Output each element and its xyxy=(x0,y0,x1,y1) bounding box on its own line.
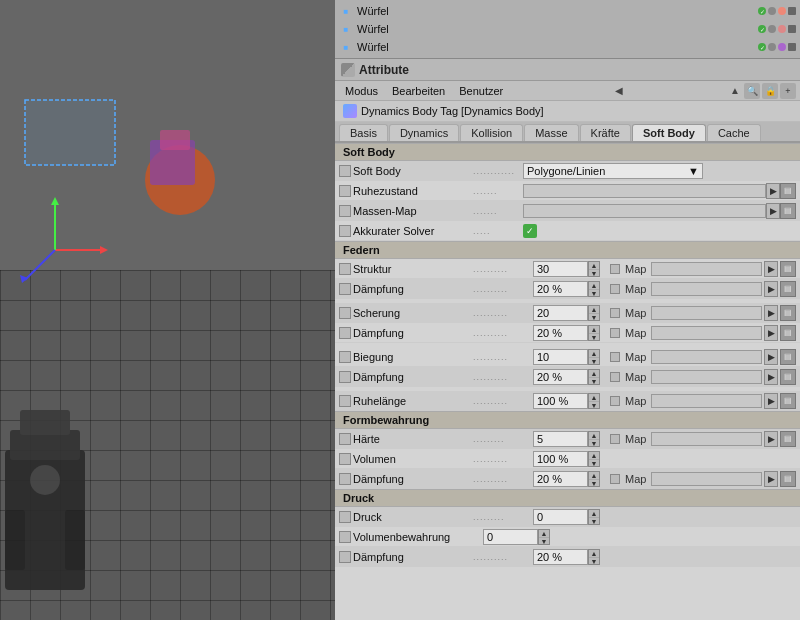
map-btn-dampfung3[interactable]: ▶ xyxy=(764,369,778,385)
spin-dn-volbew[interactable]: ▼ xyxy=(539,538,549,545)
map-checkbox-struktur[interactable] xyxy=(610,264,620,274)
map-checkbox-biegung[interactable] xyxy=(610,352,620,362)
map-btn-massen[interactable]: ▶ xyxy=(766,203,780,219)
checkbox-dampfung4[interactable] xyxy=(339,473,351,485)
map-icon-dampfung3[interactable]: ▤ xyxy=(780,369,796,385)
map-checkbox-dampfung3[interactable] xyxy=(610,372,620,382)
checkbox-softbody[interactable] xyxy=(339,165,351,177)
tab-softbody[interactable]: Soft Body xyxy=(632,124,706,141)
spin-dn-biegung[interactable]: ▼ xyxy=(589,358,599,365)
arrow-up-icon[interactable]: ▲ xyxy=(728,84,742,98)
input-massenmap[interactable] xyxy=(523,204,766,218)
map-input-biegung[interactable] xyxy=(651,350,762,364)
map-icon-scherung[interactable]: ▤ xyxy=(780,305,796,321)
tab-dynamics[interactable]: Dynamics xyxy=(389,124,459,141)
menu-benutzer[interactable]: Benutzer xyxy=(453,84,509,98)
map-btn-scherung[interactable]: ▶ xyxy=(764,305,778,321)
input-dampfung1[interactable] xyxy=(533,281,588,297)
spin-up-haerte[interactable]: ▲ xyxy=(589,432,599,440)
checkbox-dampfung1[interactable] xyxy=(339,283,351,295)
map-checkbox-scherung[interactable] xyxy=(610,308,620,318)
map-btn-dampfung4[interactable]: ▶ xyxy=(764,471,778,487)
map-icon-struktur[interactable]: ▤ xyxy=(780,261,796,277)
input-biegung[interactable] xyxy=(533,349,588,365)
spin-up-dampfung1[interactable]: ▲ xyxy=(589,282,599,290)
map-checkbox-haerte[interactable] xyxy=(610,434,620,444)
input-dampfung3[interactable] xyxy=(533,369,588,385)
spin-dn-dampfung2[interactable]: ▼ xyxy=(589,334,599,341)
input-volumen[interactable] xyxy=(533,451,588,467)
spin-dn-haerte[interactable]: ▼ xyxy=(589,440,599,447)
input-struktur[interactable] xyxy=(533,261,588,277)
map-input-struktur[interactable] xyxy=(651,262,762,276)
checkbox-dampfung3[interactable] xyxy=(339,371,351,383)
checkbox-druck[interactable] xyxy=(339,511,351,523)
map-input-scherung[interactable] xyxy=(651,306,762,320)
input-dampfung4[interactable] xyxy=(533,471,588,487)
dropdown-softbody[interactable]: Polygone/Linien ▼ xyxy=(523,163,703,179)
checkbox-scherung[interactable] xyxy=(339,307,351,319)
spin-up-biegung[interactable]: ▲ xyxy=(589,350,599,358)
map-checkbox-ruhelaenge[interactable] xyxy=(610,396,620,406)
spin-up-scherung[interactable]: ▲ xyxy=(589,306,599,314)
tab-kraefte[interactable]: Kräfte xyxy=(580,124,631,141)
spin-up-ruhelaenge[interactable]: ▲ xyxy=(589,394,599,402)
input-ruhelaenge[interactable] xyxy=(533,393,588,409)
checkbox-volumen[interactable] xyxy=(339,453,351,465)
checkbox-massenmap[interactable] xyxy=(339,205,351,217)
solver-checkmark[interactable]: ✓ xyxy=(523,224,537,238)
spin-dn-dampfung1[interactable]: ▼ xyxy=(589,290,599,297)
checkbox-ruhelaenge[interactable] xyxy=(339,395,351,407)
object-row[interactable]: ■ Würfel ✓ xyxy=(335,2,800,20)
add-button[interactable]: + xyxy=(780,83,796,99)
input-druck[interactable] xyxy=(533,509,588,525)
map-btn-struktur[interactable]: ▶ xyxy=(764,261,778,277)
map-input-dampfung1[interactable] xyxy=(651,282,762,296)
map-icon-biegung[interactable]: ▤ xyxy=(780,349,796,365)
spin-up-druck[interactable]: ▲ xyxy=(589,510,599,518)
menu-bearbeiten[interactable]: Bearbeiten xyxy=(386,84,451,98)
spin-dn-dampfung3[interactable]: ▼ xyxy=(589,378,599,385)
lock-button[interactable]: 🔒 xyxy=(762,83,778,99)
spin-up-dampfung2[interactable]: ▲ xyxy=(589,326,599,334)
arrow-left-icon[interactable]: ◀ xyxy=(612,84,626,98)
tab-masse[interactable]: Masse xyxy=(524,124,578,141)
spin-up-dampfung5[interactable]: ▲ xyxy=(589,550,599,558)
map-input-ruhelaenge[interactable] xyxy=(651,394,762,408)
map-checkbox-dampfung1[interactable] xyxy=(610,284,620,294)
map-btn-dampfung2[interactable]: ▶ xyxy=(764,325,778,341)
map-checkbox-dampfung4[interactable] xyxy=(610,474,620,484)
map-btn-ruhe[interactable]: ▶ xyxy=(766,183,780,199)
spin-up-volumen[interactable]: ▲ xyxy=(589,452,599,460)
menu-modus[interactable]: Modus xyxy=(339,84,384,98)
spin-dn-struktur[interactable]: ▼ xyxy=(589,270,599,277)
checkbox-haerte[interactable] xyxy=(339,433,351,445)
map-icon-haerte[interactable]: ▤ xyxy=(780,431,796,447)
map-btn-haerte[interactable]: ▶ xyxy=(764,431,778,447)
input-dampfung5[interactable] xyxy=(533,549,588,565)
spin-dn-dampfung4[interactable]: ▼ xyxy=(589,480,599,487)
checkbox-volumenbewahrung[interactable] xyxy=(339,531,351,543)
checkbox-dampfung2[interactable] xyxy=(339,327,351,339)
input-scherung[interactable] xyxy=(533,305,588,321)
map-icon-dampfung2[interactable]: ▤ xyxy=(780,325,796,341)
map-icon-dampfung4[interactable]: ▤ xyxy=(780,471,796,487)
spin-dn-volumen[interactable]: ▼ xyxy=(589,460,599,467)
tab-cache[interactable]: Cache xyxy=(707,124,761,141)
map-btn-dampfung1[interactable]: ▶ xyxy=(764,281,778,297)
checkbox-solver[interactable] xyxy=(339,225,351,237)
input-dampfung2[interactable] xyxy=(533,325,588,341)
tab-kollision[interactable]: Kollision xyxy=(460,124,523,141)
map-input-dampfung2[interactable] xyxy=(651,326,762,340)
spin-dn-ruhelaenge[interactable]: ▼ xyxy=(589,402,599,409)
spin-up-dampfung3[interactable]: ▲ xyxy=(589,370,599,378)
spin-up-dampfung4[interactable]: ▲ xyxy=(589,472,599,480)
checkbox-ruhezustand[interactable] xyxy=(339,185,351,197)
object-row[interactable]: ■ Würfel ✓ xyxy=(335,38,800,56)
input-ruhezustand[interactable] xyxy=(523,184,766,198)
map-input-haerte[interactable] xyxy=(651,432,762,446)
search-button[interactable]: 🔍 xyxy=(744,83,760,99)
input-volumenbewahrung[interactable] xyxy=(483,529,538,545)
map-input-dampfung4[interactable] xyxy=(651,472,762,486)
map-icon-ruhelaenge[interactable]: ▤ xyxy=(780,393,796,409)
